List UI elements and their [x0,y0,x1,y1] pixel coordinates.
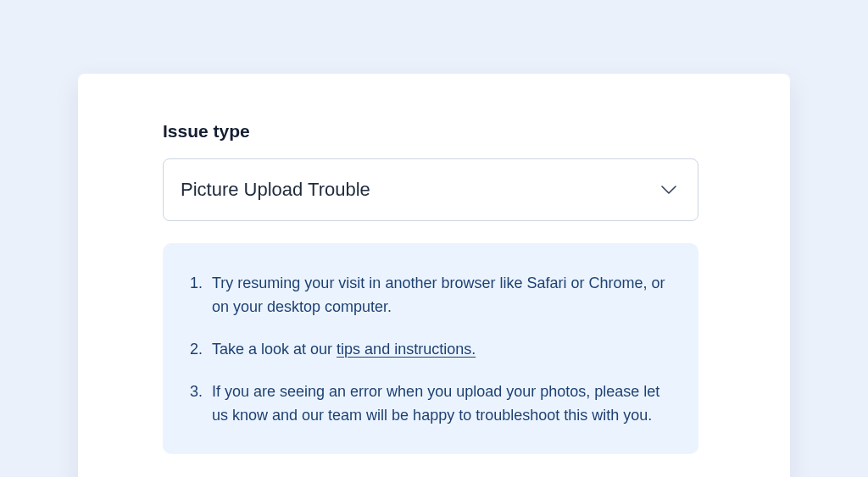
info-panel: Try resuming your visit in another brows… [163,243,698,454]
tips-link[interactable]: tips and instructions. [337,341,476,358]
select-value: Picture Upload Trouble [181,179,370,201]
list-item: If you are seeing an error when you uplo… [186,380,675,428]
list-item: Try resuming your visit in another brows… [186,272,675,319]
tip-text: If you are seeing an error when you uplo… [212,383,659,424]
form-card: Issue type Picture Upload Trouble Try re… [78,74,790,477]
tip-prefix: Take a look at our [212,341,337,358]
tips-list: Try resuming your visit in another brows… [186,272,675,427]
issue-type-select[interactable]: Picture Upload Trouble [163,158,698,221]
field-label-issue-type: Issue type [163,121,705,141]
list-item: Take a look at our tips and instructions… [186,338,675,362]
tip-text: Try resuming your visit in another brows… [212,275,665,315]
chevron-down-icon [660,185,677,195]
